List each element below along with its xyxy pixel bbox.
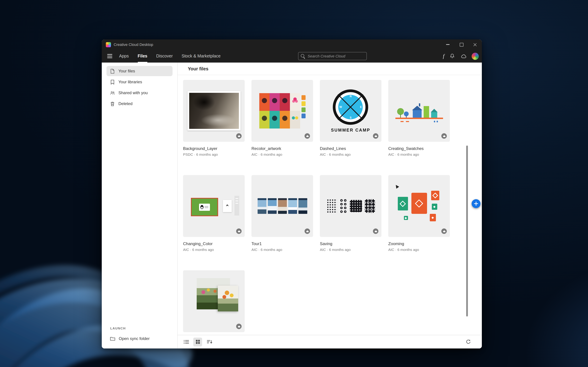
- file-card-changing-color[interactable]: Changing_Color AIC · 6 months ago: [183, 175, 245, 252]
- menu-icon[interactable]: [107, 50, 113, 63]
- tab-stock-marketplace[interactable]: Stock & Marketplace: [181, 50, 221, 63]
- nav-tabs: Apps Files Discover Stock & Marketplace: [119, 50, 221, 63]
- icon-sheet-thumbnail: [326, 199, 375, 214]
- file-meta: AIC · 6 months ago: [320, 152, 382, 157]
- cloud-sync-icon: [441, 133, 447, 139]
- cloud-sync-icon: [373, 228, 378, 234]
- search-box: [298, 52, 367, 60]
- app-title: Creative Cloud Desktop: [114, 42, 153, 47]
- compass-n: N: [350, 95, 352, 98]
- file-thumbnail: [320, 175, 382, 237]
- nav-bar: Apps Files Discover Stock & Marketplace: [102, 50, 482, 63]
- titlebar: Creative Cloud Desktop: [102, 39, 482, 50]
- open-sync-folder-button[interactable]: Open sync folder: [107, 334, 150, 344]
- file-card-zooming[interactable]: Zooming AIC · 6 months ago: [388, 175, 450, 252]
- file-card-dashed-lines[interactable]: N E S W SUMMER CAMP Dashed_Lines AIC · 6…: [320, 80, 382, 157]
- file-meta: AIC · 6 months ago: [320, 248, 382, 252]
- file-thumbnail: [388, 175, 450, 237]
- file-thumbnail: [251, 80, 313, 142]
- file-card-flowers[interactable]: [183, 270, 245, 335]
- list-view-icon: [183, 339, 189, 344]
- sidebar-item-label: Shared with you: [119, 91, 148, 95]
- cloud-sync-icon: [305, 133, 310, 139]
- account-avatar[interactable]: [472, 52, 479, 60]
- file-card-creating-swatches[interactable]: Creating_Swatches AIC · 6 months ago: [388, 80, 450, 157]
- creative-cloud-logo-icon: [106, 42, 111, 47]
- cloud-activity-icon[interactable]: [460, 54, 467, 58]
- search-input[interactable]: [298, 52, 367, 60]
- file-meta: AIC · 6 months ago: [183, 248, 245, 252]
- sort-icon: [206, 339, 212, 344]
- file-meta: AIC · 6 months ago: [388, 152, 450, 157]
- sort-button[interactable]: [205, 337, 214, 346]
- file-thumbnail: [251, 175, 313, 237]
- file-name: Dashed_Lines: [320, 146, 382, 151]
- scrollbar-thumb[interactable]: [466, 145, 468, 317]
- artboard-thumbnail: [188, 187, 240, 225]
- summer-camp-badge-art: N E S W SUMMER CAMP: [331, 89, 370, 133]
- sidebar-item-deleted[interactable]: Deleted: [107, 99, 172, 109]
- add-new-button[interactable]: [472, 199, 480, 208]
- content-header: Your files: [178, 63, 482, 75]
- desktop: Creative Cloud Desktop Apps Files Discov…: [0, 0, 588, 367]
- poster-row-thumbnail: [257, 198, 307, 214]
- cloud-sync-icon: [236, 324, 242, 329]
- sidebar-item-your-libraries[interactable]: Your libraries: [107, 77, 172, 87]
- file-meta: PSDC · 6 months ago: [183, 152, 245, 157]
- sidebar-item-shared-with-you[interactable]: Shared with you: [107, 88, 172, 98]
- tab-files[interactable]: Files: [138, 50, 147, 63]
- maximize-button[interactable]: [455, 39, 468, 50]
- file-meta: AIC · 6 months ago: [251, 248, 313, 252]
- sidebar-item-label: Deleted: [119, 101, 133, 106]
- file-meta: AIC · 6 months ago: [251, 152, 313, 157]
- content-area: Your files Background_Layer PSDC · 6 mon…: [178, 63, 482, 349]
- file-meta: AIC · 6 months ago: [388, 248, 450, 252]
- file-card-background-layer[interactable]: Background_Layer PSDC · 6 months ago: [183, 80, 245, 157]
- grid-view-icon: [195, 339, 201, 344]
- sidebar-item-your-files[interactable]: Your files: [107, 66, 172, 76]
- cloud-sync-icon: [236, 228, 242, 234]
- file-grid: Background_Layer PSDC · 6 months ago: [178, 75, 482, 335]
- search-icon: [301, 54, 305, 58]
- file-name: Background_Layer: [183, 146, 245, 151]
- window-controls: [441, 39, 482, 50]
- tab-apps[interactable]: Apps: [119, 50, 129, 63]
- nav-icon-group: f: [443, 50, 479, 63]
- file-card-saving[interactable]: Saving AIC · 6 months ago: [320, 175, 382, 252]
- refresh-button[interactable]: [463, 337, 472, 346]
- adobe-fonts-icon[interactable]: f: [443, 53, 444, 59]
- file-name: Zooming: [388, 241, 450, 246]
- launch-heading: LAUNCH: [110, 326, 126, 330]
- sidebar-list: Your files Your libraries Shared with yo…: [102, 63, 177, 109]
- file-name: Tour1: [251, 241, 313, 246]
- file-thumbnail: [388, 80, 450, 142]
- file-thumbnail: [183, 80, 245, 142]
- tab-discover[interactable]: Discover: [156, 50, 173, 63]
- minimize-icon: [446, 44, 450, 45]
- sync-folder-icon: [110, 336, 115, 341]
- cloud-sync-icon: [441, 228, 447, 234]
- view-toolbar: [178, 335, 482, 349]
- file-card-tour1[interactable]: Tour1 AIC · 6 months ago: [251, 175, 313, 252]
- compass-s: S: [350, 116, 352, 119]
- sidebar-item-label: Your files: [119, 69, 135, 74]
- trash-icon: [110, 101, 115, 106]
- grid-view-button[interactable]: [193, 337, 202, 346]
- file-thumbnail: [183, 175, 245, 237]
- minimize-button[interactable]: [441, 39, 455, 50]
- file-name: Changing_Color: [183, 241, 245, 246]
- list-view-button[interactable]: [182, 337, 191, 346]
- compass-w: W: [340, 105, 342, 108]
- houses-illustration: [393, 92, 444, 130]
- creative-cloud-window: Creative Cloud Desktop Apps Files Discov…: [102, 39, 482, 349]
- notifications-bell-icon[interactable]: [450, 53, 455, 59]
- file-name: Creating_Swatches: [388, 146, 450, 151]
- file-name: Saving: [320, 241, 382, 246]
- close-button[interactable]: [468, 39, 482, 50]
- file-card-recolor-artwork[interactable]: Recolor_artwork AIC · 6 months ago: [251, 80, 313, 157]
- cloud-sync-icon: [236, 133, 242, 139]
- sidebar: Your files Your libraries Shared with yo…: [102, 63, 178, 349]
- photo-thumbnail: [187, 91, 240, 131]
- page-title: Your files: [188, 66, 208, 71]
- artwork-thumbnail: [259, 93, 305, 128]
